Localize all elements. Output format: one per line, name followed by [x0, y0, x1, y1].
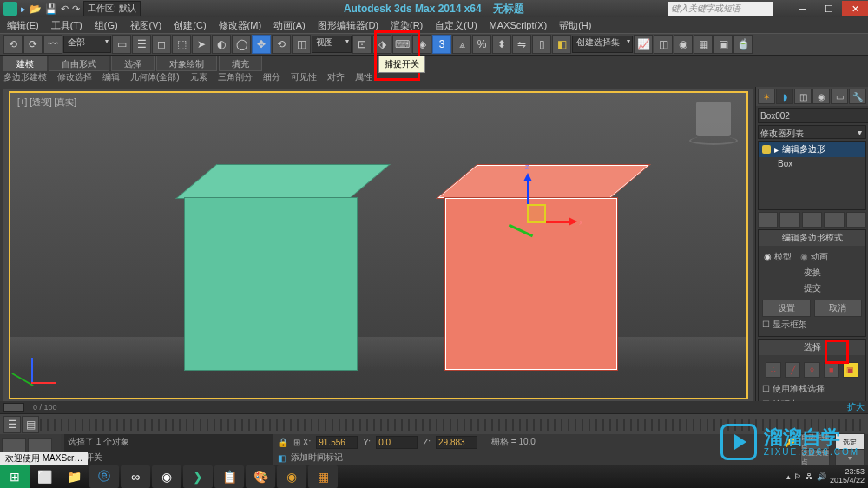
menu-help[interactable]: 帮助(H): [559, 19, 591, 32]
curve-editor-icon[interactable]: 📈: [634, 35, 653, 54]
refcoord-dropdown[interactable]: 视图: [312, 36, 352, 53]
unique-icon[interactable]: [802, 212, 822, 228]
help-search[interactable]: 键入关键字或短语: [668, 2, 773, 16]
viewport-perspective[interactable]: [+] [透视] [真实] x z: [9, 91, 748, 399]
add-time-tag[interactable]: 添加时间标记: [291, 452, 343, 464]
use-stack-checkbox[interactable]: 使用堆栈选择: [762, 381, 862, 397]
qat-save-icon[interactable]: 💾: [45, 3, 57, 15]
app-icon[interactable]: ▦: [308, 465, 338, 488]
pin-stack-icon[interactable]: [758, 212, 778, 228]
settings-button[interactable]: 设置: [762, 300, 811, 317]
explorer-icon[interactable]: 📁: [59, 465, 89, 488]
eye-icon[interactable]: [762, 145, 771, 154]
menu-view[interactable]: 视图(V): [130, 19, 162, 32]
menu-group[interactable]: 组(G): [95, 19, 118, 32]
motion-tab-icon[interactable]: ◉: [812, 89, 830, 104]
border-icon[interactable]: ◊: [804, 362, 819, 378]
selection-filter[interactable]: 全部: [63, 36, 111, 53]
subtab[interactable]: 几何体(全部): [130, 71, 180, 87]
system-tray[interactable]: ▴ 🏳 🖧 🔊 23:53 2015/4/22: [786, 468, 865, 485]
subtab[interactable]: 三角剖分: [218, 71, 253, 87]
gizmo-xy-plane[interactable]: [527, 204, 546, 223]
coord-y-input[interactable]: [376, 436, 418, 449]
create-tab-icon[interactable]: ✶: [758, 89, 775, 104]
minimize-button[interactable]: ─: [790, 1, 816, 16]
cancel-button[interactable]: 取消: [814, 300, 863, 317]
show-cage-checkbox[interactable]: 显示框架: [762, 317, 862, 333]
rollout-header[interactable]: 选择: [759, 340, 865, 355]
subtab[interactable]: 细分: [263, 71, 280, 87]
workspace-dropdown[interactable]: 工作区: 默认: [83, 1, 141, 16]
subtab[interactable]: 修改选择: [57, 71, 92, 87]
track-icon[interactable]: ☰: [3, 416, 21, 433]
show-end-icon[interactable]: [779, 212, 799, 228]
app-icon[interactable]: ∞: [121, 465, 150, 488]
subtab[interactable]: 编辑: [102, 71, 120, 87]
link-icon[interactable]: ⟲: [3, 35, 23, 54]
maxscript-listener[interactable]: 欢迎使用 MAXScr…: [0, 452, 88, 465]
hierarchy-tab-icon[interactable]: ◫: [794, 89, 812, 104]
time-tag-icon[interactable]: ◧: [278, 453, 286, 463]
start-button[interactable]: ⊞: [0, 465, 30, 488]
named-selset[interactable]: 创建选择集: [572, 36, 633, 53]
material-icon[interactable]: ◉: [674, 35, 693, 54]
qat-icon[interactable]: ▸: [21, 3, 26, 15]
vertex-icon[interactable]: ∴: [766, 362, 781, 378]
snap-toggle[interactable]: 3: [432, 35, 451, 54]
subtab[interactable]: 属性: [355, 71, 372, 87]
app-icon[interactable]: 🎨: [246, 465, 275, 488]
ribbon-tab-select[interactable]: 选择: [111, 56, 155, 71]
stack-box[interactable]: Box: [759, 157, 865, 170]
stack-editpoly[interactable]: ▸ 编辑多边形: [759, 142, 865, 157]
radio-model[interactable]: 模型: [764, 251, 792, 263]
time-slider[interactable]: 0 / 100: [0, 401, 868, 413]
utilities-tab-icon[interactable]: 🔧: [849, 89, 866, 104]
config-icon[interactable]: [846, 212, 866, 228]
spinner-snap-icon[interactable]: ⬍: [492, 35, 511, 54]
maximize-button[interactable]: ☐: [816, 1, 842, 16]
unlink-icon[interactable]: ⟳: [23, 35, 43, 54]
modify-tab-icon[interactable]: ◗: [776, 89, 793, 104]
menu-custom[interactable]: 自定义(U): [435, 19, 477, 32]
modifier-list-dropdown[interactable]: 修改器列表: [758, 125, 866, 139]
viewport-label[interactable]: [+] [透视] [真实]: [17, 96, 76, 109]
pivot-icon[interactable]: ⊡: [352, 35, 372, 54]
modifier-stack[interactable]: ▸ 编辑多边形 Box: [758, 141, 866, 210]
bind-icon[interactable]: 〰: [43, 35, 62, 54]
scale-icon[interactable]: ◫: [292, 35, 311, 54]
radio-anim[interactable]: 动画: [800, 251, 828, 263]
qat-redo-icon[interactable]: ↷: [72, 3, 80, 15]
ribbon-tab-freeform[interactable]: 自由形式: [49, 56, 109, 71]
subtab[interactable]: 多边形建模: [3, 71, 47, 87]
subtab[interactable]: 对齐: [327, 71, 345, 87]
menu-maxscript[interactable]: MAXScript(X): [490, 20, 548, 30]
move-icon[interactable]: ✥: [252, 35, 271, 54]
select-region-icon[interactable]: ◻: [152, 35, 171, 54]
select-icon[interactable]: ▭: [112, 35, 131, 54]
time-slider-thumb[interactable]: [3, 403, 24, 412]
ie-icon[interactable]: ⓔ: [89, 465, 119, 488]
percent-snap-icon[interactable]: %: [472, 35, 491, 54]
coord-x-input[interactable]: [316, 436, 358, 449]
tray-net-icon[interactable]: 🖧: [806, 472, 813, 481]
menu-create[interactable]: 创建(C): [174, 19, 206, 32]
app-icon[interactable]: ◉: [152, 465, 181, 488]
lasso-icon[interactable]: ◯: [232, 35, 251, 54]
ribbon-tab-fill[interactable]: 填充: [219, 56, 262, 71]
tray-flag-icon[interactable]: 🏳: [794, 472, 802, 481]
window-icon[interactable]: ⬚: [172, 35, 191, 54]
app-icon[interactable]: 📋: [214, 465, 244, 488]
coord-z-input[interactable]: [436, 436, 477, 449]
render-frame-icon[interactable]: ▣: [713, 35, 733, 54]
subtab[interactable]: 可见性: [291, 71, 317, 87]
ribbon-tab-modeling[interactable]: 建模: [3, 56, 47, 71]
app-icon[interactable]: ◉: [277, 465, 306, 488]
schematic-icon[interactable]: ◫: [654, 35, 673, 54]
lock-icon[interactable]: 🔒: [278, 438, 288, 447]
taskview-icon[interactable]: ⬜: [30, 465, 59, 488]
close-button[interactable]: ✕: [842, 1, 868, 16]
layer-icon[interactable]: ◧: [552, 35, 571, 54]
3dsmax-task-icon[interactable]: ❯: [183, 465, 213, 488]
select-object-icon[interactable]: ➤: [192, 35, 211, 54]
paint-select-icon[interactable]: ◐: [212, 35, 231, 54]
